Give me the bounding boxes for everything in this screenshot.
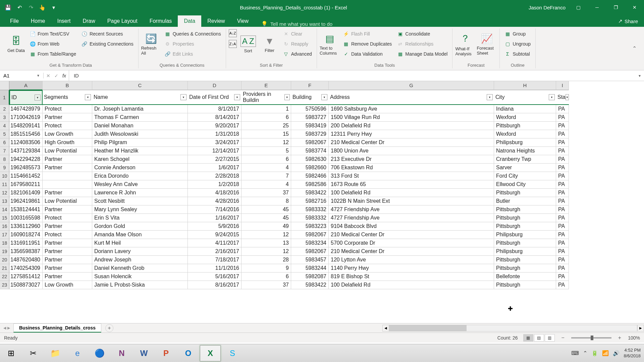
- cell[interactable]: 1851515456: [9, 130, 43, 138]
- row-header[interactable]: 8: [0, 155, 9, 164]
- cell[interactable]: Gordon Gold: [92, 222, 188, 231]
- from-table-range-button[interactable]: ▦From Table/Range: [28, 49, 78, 59]
- cell[interactable]: 1942294228: [9, 155, 43, 164]
- cell[interactable]: 4: [241, 164, 291, 172]
- row-header[interactable]: 23: [0, 281, 9, 289]
- skype-icon[interactable]: S: [222, 345, 243, 361]
- cell[interactable]: 12: [241, 231, 291, 239]
- cell[interactable]: 4727 Friendship Ave: [329, 214, 494, 222]
- cell[interactable]: 5983332: [291, 205, 329, 214]
- cell[interactable]: 1800 Union Ave: [329, 147, 494, 155]
- cell[interactable]: PA: [556, 239, 569, 247]
- save-icon[interactable]: 💾: [3, 3, 13, 12]
- cell[interactable]: 5982067: [291, 138, 329, 147]
- table-header-cell[interactable]: City▼: [494, 90, 556, 105]
- cell[interactable]: 5983419: [291, 122, 329, 130]
- filter-dropdown-icon[interactable]: ▼: [35, 95, 41, 101]
- cell[interactable]: Cranberry Twp: [494, 155, 556, 164]
- sort-asc-button[interactable]: A↓Z: [229, 29, 237, 37]
- cell[interactable]: [43, 172, 92, 180]
- cell[interactable]: 8: [241, 197, 291, 205]
- cell[interactable]: Jamie L Probst-Siska: [92, 281, 188, 289]
- maximize-icon[interactable]: ❐: [606, 0, 625, 15]
- cell[interactable]: 11/1/2016: [188, 264, 241, 273]
- queries-connections-button[interactable]: ▦Queries & Connections: [163, 29, 223, 39]
- row-header[interactable]: 10: [0, 172, 9, 180]
- table-header-cell[interactable]: Segments▼: [43, 90, 92, 105]
- cell[interactable]: Low Potential: [43, 147, 92, 155]
- filter-button[interactable]: ▼ Filter: [260, 29, 280, 59]
- cell[interactable]: 12: [241, 138, 291, 147]
- volume-icon[interactable]: 🔊: [613, 350, 620, 356]
- cell[interactable]: 5750596: [291, 105, 329, 113]
- cell[interactable]: Heather M Hanzlik: [92, 147, 188, 155]
- existing-connections-button[interactable]: 🔗Existing Connections: [79, 39, 136, 49]
- tab-draw[interactable]: Draw: [76, 15, 101, 27]
- cell[interactable]: PA: [556, 222, 569, 231]
- what-if-button[interactable]: ？ What-If Analysis: [455, 29, 475, 59]
- column-header[interactable]: A: [9, 81, 43, 90]
- recent-sources-button[interactable]: 🕓Recent Sources: [79, 29, 136, 39]
- cell[interactable]: Partner: [43, 205, 92, 214]
- zoom-in-button[interactable]: +: [617, 335, 623, 341]
- select-all-corner[interactable]: [0, 81, 9, 90]
- close-icon[interactable]: ✕: [625, 0, 644, 15]
- cell[interactable]: PA: [556, 130, 569, 138]
- tab-review[interactable]: Review: [201, 15, 231, 27]
- cell[interactable]: Natrona Heights: [494, 147, 556, 155]
- cell[interactable]: Butler: [494, 197, 556, 205]
- tell-me-search[interactable]: 💡 Tell me what you want to do: [261, 21, 332, 27]
- file-explorer-icon[interactable]: 📁: [45, 345, 66, 361]
- cell[interactable]: 1548209141: [9, 122, 43, 130]
- cell[interactable]: 13: [241, 239, 291, 247]
- cell[interactable]: 3/24/2017: [188, 138, 241, 147]
- cell[interactable]: 45: [241, 205, 291, 214]
- expand-formula-bar-icon[interactable]: ▾: [635, 73, 644, 78]
- cell[interactable]: 8/1/2017: [188, 105, 241, 113]
- cell[interactable]: 1962419861: [9, 197, 43, 205]
- cell[interactable]: 1/31/2018: [188, 130, 241, 138]
- cell[interactable]: Amanda Mae Olson: [92, 231, 188, 239]
- cell[interactable]: 1/6/2017: [188, 164, 241, 172]
- cell[interactable]: Pittsburgh: [494, 239, 556, 247]
- cell[interactable]: PA: [556, 256, 569, 264]
- cell[interactable]: 1690 Saltsburg Ave: [329, 105, 494, 113]
- table-header-cell[interactable]: Name▼: [92, 90, 188, 105]
- cell[interactable]: 5982660: [291, 164, 329, 172]
- cell[interactable]: Partner: [43, 256, 92, 264]
- cell[interactable]: 1/16/2017: [188, 214, 241, 222]
- scroll-right-icon[interactable]: ▶: [637, 325, 644, 331]
- battery-icon[interactable]: 🔋: [591, 350, 598, 356]
- cell[interactable]: 313 Ford St: [329, 172, 494, 180]
- row-header[interactable]: 3: [0, 113, 9, 122]
- tab-formulas[interactable]: Formulas: [144, 15, 178, 27]
- zoom-out-button[interactable]: −: [560, 335, 566, 341]
- cell[interactable]: 1356598387: [9, 247, 43, 256]
- cell[interactable]: Sarver: [494, 164, 556, 172]
- chevron-down-icon[interactable]: ▼: [37, 74, 40, 77]
- cell[interactable]: 4727 Friendship Ave: [329, 205, 494, 214]
- collapse-ribbon-icon[interactable]: ⌃: [628, 28, 641, 68]
- cell[interactable]: 37: [241, 281, 291, 289]
- cell[interactable]: Indiana: [494, 105, 556, 113]
- row-header[interactable]: 15: [0, 214, 9, 222]
- cell[interactable]: 5983774: [291, 147, 329, 155]
- cell[interactable]: 5983457: [291, 256, 329, 264]
- cell[interactable]: 213 Executive Dr: [329, 155, 494, 164]
- cell[interactable]: PA: [556, 247, 569, 256]
- cell[interactable]: Protect: [43, 214, 92, 222]
- chrome-icon[interactable]: 🔵: [89, 345, 110, 361]
- filter-dropdown-icon[interactable]: ▼: [321, 94, 327, 100]
- cell[interactable]: Wexford: [494, 113, 556, 122]
- cell[interactable]: Philipsburg: [494, 231, 556, 239]
- cell[interactable]: 5983729: [291, 130, 329, 138]
- cell[interactable]: 5700 Corporate Dr: [329, 239, 494, 247]
- filter-dropdown-icon[interactable]: ▼: [234, 94, 240, 100]
- formula-input[interactable]: ID: [69, 73, 635, 78]
- share-button[interactable]: ↗ Share: [612, 15, 644, 27]
- subtotal-button[interactable]: ΣSubtotal: [502, 49, 533, 59]
- scroll-left-icon[interactable]: ◀: [382, 325, 389, 331]
- cell[interactable]: Partner: [43, 239, 92, 247]
- sheet-nav-next-icon[interactable]: ▶: [7, 326, 10, 330]
- zoom-level[interactable]: 100%: [628, 335, 640, 341]
